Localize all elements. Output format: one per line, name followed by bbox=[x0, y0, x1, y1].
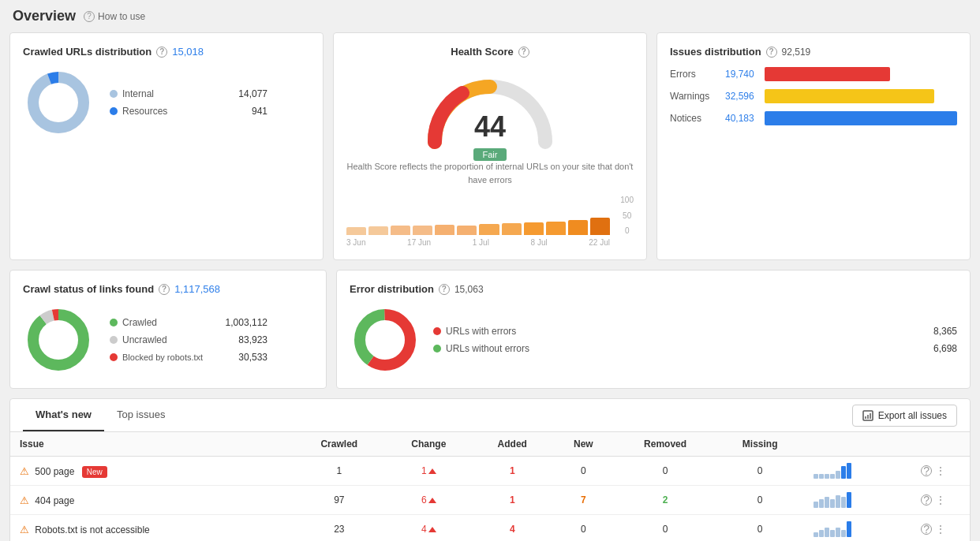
error-dist-content: URLs with errors 8,365 URLs without erro… bbox=[350, 304, 957, 375]
table-body: ⚠ 500 page New 1 1 1 0 0 0 bbox=[10, 457, 970, 542]
new-val: 7 bbox=[552, 486, 615, 515]
health-score-chart: 100 50 0 3 Jun 17 Jun 1 Jul 8 Jul 22 Jul bbox=[346, 196, 634, 247]
new-badge: New bbox=[82, 466, 107, 478]
bar-9 bbox=[524, 222, 544, 235]
bottom-section: What's new Top issues Export all issues … bbox=[9, 398, 971, 541]
bar-chart bbox=[346, 196, 610, 235]
bar-8 bbox=[502, 223, 522, 235]
crawled-urls-title: Crawled URLs distribution ? 15,018 bbox=[23, 46, 310, 58]
issue-label: ⚠ 500 page New bbox=[10, 457, 294, 486]
crawled-dot bbox=[110, 319, 118, 326]
change-val: 6 bbox=[385, 486, 473, 515]
col-chart bbox=[804, 432, 897, 457]
bar-1 bbox=[346, 227, 366, 235]
col-new: New bbox=[552, 432, 615, 457]
bar-4 bbox=[413, 226, 432, 235]
row-menu-icon[interactable]: ⋮ bbox=[935, 494, 946, 506]
bar-3 bbox=[391, 226, 410, 235]
health-score-title: Health Score ? bbox=[346, 46, 634, 58]
uncrawled-dot bbox=[110, 336, 118, 344]
bar-11 bbox=[568, 220, 588, 235]
crawled-urls-info-icon[interactable]: ? bbox=[156, 47, 167, 58]
tabs: What's new Top issues bbox=[23, 399, 178, 431]
warning-icon: ⚠ bbox=[20, 494, 29, 506]
error-dist-title: Error distribution ? 15,063 bbox=[350, 283, 957, 295]
chart-y-axis: 100 50 0 bbox=[620, 196, 634, 235]
row-info-icon[interactable]: ? bbox=[921, 524, 932, 535]
row-menu-icon[interactable]: ⋮ bbox=[935, 465, 946, 477]
warning-icon: ⚠ bbox=[20, 465, 29, 477]
health-gauge: 44 bbox=[419, 67, 561, 154]
bar-5 bbox=[435, 225, 454, 235]
issues-list: Errors 19,740 Warnings 32,596 Notices 40… bbox=[670, 67, 957, 125]
tabs-row: What's new Top issues Export all issues bbox=[10, 399, 970, 432]
removed-val: 0 bbox=[615, 457, 716, 486]
health-score-card: Health Score ? 44 Fair Health Score bbox=[333, 32, 647, 260]
bar-2 bbox=[368, 226, 388, 235]
no-errors-dot bbox=[433, 345, 441, 353]
legend-item-resources: Resources 941 bbox=[110, 106, 267, 117]
legend-item-internal: Internal 14,077 bbox=[110, 88, 267, 99]
crawled-urls-content: Internal 14,077 Resources 941 bbox=[23, 67, 310, 138]
col-missing: Missing bbox=[716, 432, 804, 457]
error-dist-legend: URLs with errors 8,365 URLs without erro… bbox=[433, 326, 957, 354]
chart-x-axis: 3 Jun 17 Jun 1 Jul 8 Jul 22 Jul bbox=[346, 238, 610, 247]
crawl-status-info-icon[interactable]: ? bbox=[159, 284, 170, 295]
bar-12 bbox=[590, 218, 610, 235]
added-val: 1 bbox=[473, 457, 552, 486]
row-info-icon[interactable]: ? bbox=[921, 465, 932, 476]
change-val: 1 bbox=[385, 457, 473, 486]
change-val: 4 bbox=[385, 515, 473, 542]
new-val: 0 bbox=[552, 457, 615, 486]
second-row: Crawl status of links found ? 1,117,568 … bbox=[9, 270, 971, 389]
issue-label: ⚠ Robots.txt is not accessible bbox=[10, 515, 294, 542]
error-dist-info-icon[interactable]: ? bbox=[439, 284, 450, 295]
dashboard: Crawled URLs distribution ? 15,018 bbox=[0, 32, 980, 541]
triangle-up-icon bbox=[428, 498, 436, 503]
warnings-bar bbox=[765, 89, 934, 103]
health-score-info-icon[interactable]: ? bbox=[518, 47, 529, 58]
added-val: 4 bbox=[473, 515, 552, 542]
actions-cell: ? ⋮ bbox=[897, 457, 970, 486]
svg-point-4 bbox=[33, 315, 84, 365]
row-menu-icon[interactable]: ⋮ bbox=[935, 523, 946, 535]
issues-distribution-card: Issues distribution ? 92,519 Errors 19,7… bbox=[656, 32, 971, 260]
health-score-description: Health Score reflects the proportion of … bbox=[346, 160, 634, 186]
new-val: 0 bbox=[552, 515, 615, 542]
warning-icon: ⚠ bbox=[20, 524, 29, 535]
crawled-urls-donut bbox=[23, 67, 94, 138]
crawl-status-title: Crawl status of links found ? 1,117,568 bbox=[23, 283, 313, 295]
issues-dist-count: 92,519 bbox=[782, 47, 811, 58]
bar-6 bbox=[457, 226, 477, 236]
errors-row: Errors 19,740 bbox=[670, 67, 957, 81]
svg-point-1 bbox=[33, 77, 84, 128]
issues-dist-info-icon[interactable]: ? bbox=[766, 47, 777, 58]
notices-row: Notices 40,183 bbox=[670, 111, 957, 125]
row-info-icon[interactable]: ? bbox=[921, 494, 932, 506]
col-change: Change bbox=[385, 432, 473, 457]
col-actions bbox=[897, 432, 970, 457]
crawled-urls-card: Crawled URLs distribution ? 15,018 bbox=[9, 32, 324, 260]
how-to-use-link[interactable]: ? How to use bbox=[84, 11, 145, 22]
crawl-status-count[interactable]: 1,117,568 bbox=[174, 283, 220, 295]
errors-bar bbox=[765, 67, 890, 81]
crawled-urls-count[interactable]: 15,018 bbox=[172, 46, 204, 58]
export-button[interactable]: Export all issues bbox=[852, 405, 957, 427]
crawled-val: 97 bbox=[294, 486, 385, 515]
table-row: ⚠ Robots.txt is not accessible 23 4 4 0 … bbox=[10, 515, 970, 542]
crawl-status-card: Crawl status of links found ? 1,117,568 … bbox=[9, 270, 327, 389]
crawl-status-donut bbox=[23, 304, 94, 375]
col-added: Added bbox=[473, 432, 552, 457]
svg-text:44: 44 bbox=[474, 110, 506, 143]
tab-top-issues[interactable]: Top issues bbox=[104, 399, 178, 431]
table-header: Issue Crawled Change Added New Removed M… bbox=[10, 432, 970, 457]
errors-dot bbox=[433, 327, 441, 335]
crawled-val: 23 bbox=[294, 515, 385, 542]
removed-val: 0 bbox=[615, 515, 716, 542]
notices-bar bbox=[765, 111, 957, 125]
tab-whats-new[interactable]: What's new bbox=[23, 399, 104, 431]
crawled-urls-legend: Internal 14,077 Resources 941 bbox=[110, 88, 267, 117]
missing-val: 0 bbox=[716, 457, 804, 486]
actions-cell: ? ⋮ bbox=[897, 486, 970, 515]
mini-chart bbox=[804, 457, 897, 486]
